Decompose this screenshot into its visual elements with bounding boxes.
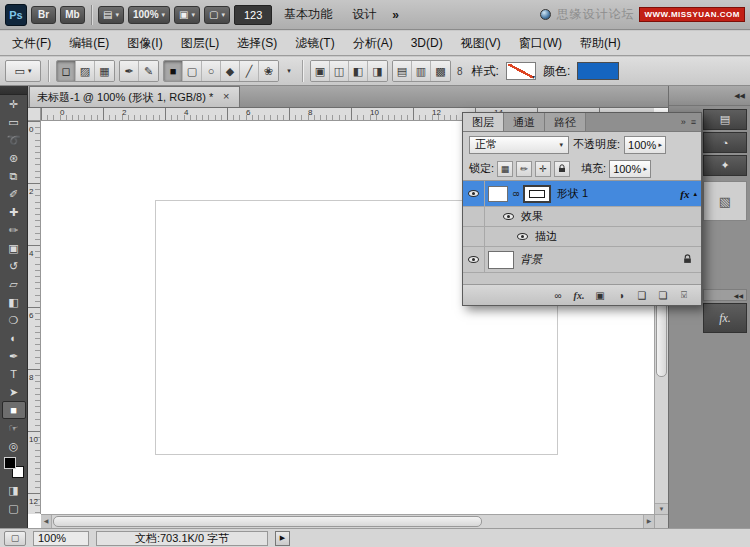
toolbox-grip[interactable] (0, 86, 27, 95)
fill-pixels-mode-button[interactable]: ▦ (95, 61, 114, 81)
blend-mode-select[interactable]: 正常 ▾ (469, 136, 569, 154)
vector-mask-thumbnail[interactable] (523, 185, 551, 203)
new-group-icon[interactable]: ❑ (635, 290, 649, 301)
combine-option-button-1[interactable]: ▤ (393, 61, 412, 81)
tab-channels[interactable]: 通道 (504, 113, 545, 131)
vertical-ruler[interactable]: 024681012 (28, 121, 41, 514)
intersect-shape-button[interactable]: ◧ (349, 61, 368, 81)
arrange-documents-button[interactable]: ▣ ▾ (174, 6, 200, 24)
crop-tool[interactable]: ⧉ (2, 167, 26, 185)
rectangle-tool[interactable]: ■ (2, 401, 26, 419)
dock-panel-icon-2[interactable]: ◔ (703, 132, 747, 153)
shape-layers-mode-button[interactable]: ◻ (57, 61, 76, 81)
healing-brush-tool[interactable]: ✚ (2, 203, 26, 221)
opacity-value-box[interactable]: 100% ▸ (624, 136, 666, 154)
minibridge-button[interactable]: Mb (60, 6, 85, 24)
hand-tool[interactable]: ☞ (2, 419, 26, 437)
link-style-icon[interactable]: 8 (457, 66, 463, 77)
dock-panel-icon-1[interactable]: ▤ (703, 109, 747, 130)
path-selection-tool[interactable]: ➤ (2, 383, 26, 401)
quick-mask-button[interactable]: ◨ (2, 481, 26, 499)
collapsed-panel-light[interactable]: ▧ (703, 181, 747, 221)
add-layer-mask-icon[interactable]: ▣ (593, 290, 607, 301)
quick-selection-tool[interactable]: ⊛ (2, 149, 26, 167)
tab-paths[interactable]: 路径 (545, 113, 586, 131)
rounded-rectangle-shape-button[interactable]: ▢ (183, 61, 202, 81)
freeform-pen-tool-button[interactable]: ✎ (139, 61, 158, 81)
menu-item-6[interactable]: 分析(A) (344, 31, 402, 55)
add-to-shape-button[interactable]: ▣ (311, 61, 330, 81)
visibility-toggle[interactable] (463, 181, 485, 206)
bridge-button[interactable]: Br (31, 6, 56, 24)
tool-preset-picker[interactable]: ▭ ▾ (5, 60, 41, 82)
ps-logo[interactable]: Ps (5, 4, 27, 26)
layer-thumbnail[interactable] (488, 251, 514, 269)
eye-icon[interactable] (503, 213, 514, 220)
clone-stamp-tool[interactable]: ▣ (2, 239, 26, 257)
menu-item-4[interactable]: 选择(S) (228, 31, 286, 55)
fill-value-box[interactable]: 100% ▸ (609, 160, 651, 178)
menu-item-3[interactable]: 图层(L) (172, 31, 229, 55)
combine-option-button-2[interactable]: ▥ (412, 61, 431, 81)
screen-mode-button[interactable]: ▢ (2, 499, 26, 517)
gradient-tool[interactable]: ◧ (2, 293, 26, 311)
ellipse-shape-button[interactable]: ○ (202, 61, 221, 81)
tab-layers[interactable]: 图层 (463, 113, 504, 131)
history-brush-tool[interactable]: ↺ (2, 257, 26, 275)
layer-row-stroke[interactable]: 描边 (463, 227, 701, 247)
lock-all-button[interactable] (554, 161, 570, 177)
delete-layer-icon[interactable]: ⍌ (677, 289, 691, 301)
new-layer-icon[interactable]: ❏ (656, 290, 670, 301)
panel-menu-icon[interactable]: ≡ (691, 117, 696, 127)
new-adjustment-layer-icon[interactable]: ◑ (614, 290, 628, 301)
pen-tool[interactable]: ✒ (2, 347, 26, 365)
add-layer-style-icon[interactable]: fx. (572, 290, 586, 301)
lock-image-pixels-icon[interactable]: ✏ (516, 161, 532, 177)
eyedropper-tool[interactable]: ✐ (2, 185, 26, 203)
foreground-color-swatch[interactable] (4, 457, 16, 469)
eraser-tool[interactable]: ▱ (2, 275, 26, 293)
visibility-toggle[interactable] (463, 247, 485, 272)
menu-item-7[interactable]: 3D(D) (402, 31, 452, 55)
polygon-shape-button[interactable]: ◆ (221, 61, 240, 81)
scroll-right-icon[interactable]: ▶ (643, 515, 654, 528)
workspace-basic-button[interactable]: 基本功能 (276, 5, 340, 25)
menu-item-8[interactable]: 视图(V) (452, 31, 510, 55)
view-extras-button[interactable]: ▤ ▾ (98, 6, 124, 24)
exclude-shape-button[interactable]: ◨ (368, 61, 387, 81)
pen-tool-button[interactable]: ✒ (120, 61, 139, 81)
workspace-overflow-button[interactable]: » (388, 8, 403, 22)
menu-item-0[interactable]: 文件(F) (3, 31, 60, 55)
close-icon[interactable]: × (220, 91, 232, 103)
layer-row-background[interactable]: 背景 (463, 247, 701, 273)
geometry-options-arrow[interactable]: ▾ (283, 67, 295, 75)
link-layers-icon[interactable]: ∞ (551, 290, 565, 301)
zoom-tool[interactable]: ◎ (2, 437, 26, 455)
status-options-arrow[interactable]: ▶ (275, 531, 290, 546)
expand-dock-icon[interactable]: ◀◀ (734, 292, 743, 299)
document-tab[interactable]: 未标题-1 @ 100% (形状 1, RGB/8) * × (29, 86, 240, 107)
style-swatch[interactable]: ▾ (506, 62, 536, 80)
scroll-down-icon[interactable]: ▼ (655, 503, 668, 514)
lock-transparent-pixels-icon[interactable]: ▦ (497, 161, 513, 177)
layer-name[interactable]: 背景 (520, 252, 542, 267)
horizontal-scrollbar[interactable]: ◀ ▶ (41, 514, 654, 528)
dock-panel-icon-3[interactable]: ✦ (703, 155, 747, 176)
menu-item-5[interactable]: 滤镜(T) (286, 31, 343, 55)
layer-row-effects[interactable]: 效果 (463, 207, 701, 227)
foreground-background-swatches[interactable] (2, 457, 26, 479)
lock-position-icon[interactable]: ✛ (535, 161, 551, 177)
menu-item-10[interactable]: 帮助(H) (571, 31, 630, 55)
zoom-level-dropdown[interactable]: 100% ▾ (128, 6, 170, 24)
type-tool[interactable]: T (2, 365, 26, 383)
paths-mode-button[interactable]: ▨ (76, 61, 95, 81)
screen-mode-button-bottom[interactable]: ▢ (4, 531, 26, 546)
eye-icon[interactable] (517, 233, 528, 240)
expand-dock-icon[interactable]: ◀◀ (734, 92, 745, 100)
custom-shape-button[interactable]: ❀ (259, 61, 278, 81)
layer-row-shape-1[interactable]: 8 形状 1 fx ▴ (463, 181, 701, 207)
menu-item-1[interactable]: 编辑(E) (60, 31, 118, 55)
effects-label[interactable]: 效果 (521, 209, 543, 224)
collapsed-styles-panel[interactable]: fx. (703, 303, 747, 333)
status-zoom-field[interactable]: 100% (33, 531, 89, 546)
